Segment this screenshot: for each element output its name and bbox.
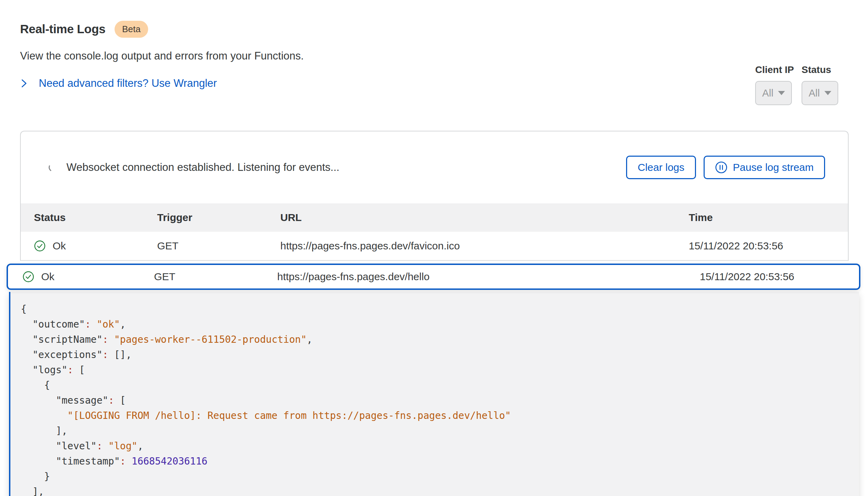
status-filter-group: Status All bbox=[802, 64, 838, 105]
column-header-status: Status bbox=[34, 212, 157, 223]
client-ip-filter-label: Client IP bbox=[755, 64, 794, 75]
column-header-url: URL bbox=[280, 212, 689, 223]
table-row-selected[interactable]: Ok GET https://pages-fns.pages.dev/hello… bbox=[7, 264, 860, 290]
status-cell: Ok bbox=[34, 240, 157, 252]
check-circle-icon bbox=[22, 271, 34, 283]
status-cell-label: Ok bbox=[41, 271, 54, 283]
toolbar-buttons: Clear logs Pause log stream bbox=[626, 156, 825, 179]
caret-down-icon bbox=[778, 91, 785, 95]
url-cell: https://pages-fns.pages.dev/hello bbox=[277, 271, 700, 283]
page-description: View the console.log output and errors f… bbox=[20, 50, 849, 62]
log-detail-panel: { "outcome": "ok", "scriptName": "pages-… bbox=[9, 292, 859, 496]
clear-logs-button[interactable]: Clear logs bbox=[626, 156, 696, 179]
check-circle-icon bbox=[34, 240, 46, 252]
caret-down-icon bbox=[824, 91, 831, 95]
time-cell: 15/11/2022 20:53:56 bbox=[689, 240, 834, 252]
websocket-status-text: Websocket connection established. Listen… bbox=[66, 161, 340, 174]
status-cell-label: Ok bbox=[53, 240, 66, 252]
beta-badge: Beta bbox=[115, 21, 148, 38]
chevron-right-icon[interactable] bbox=[20, 77, 28, 89]
pause-log-stream-label: Pause log stream bbox=[733, 162, 814, 173]
client-ip-filter-value: All bbox=[762, 88, 773, 99]
realtime-logs-page: Real-time Logs Beta View the console.log… bbox=[0, 0, 868, 496]
pause-log-stream-button[interactable]: Pause log stream bbox=[704, 156, 825, 179]
trigger-cell: GET bbox=[157, 240, 280, 252]
trigger-cell: GET bbox=[154, 271, 277, 283]
page-header: Real-time Logs Beta bbox=[20, 20, 849, 38]
log-stream-panel: Websocket connection established. Listen… bbox=[20, 131, 849, 261]
log-table-header: Status Trigger URL Time bbox=[21, 203, 848, 232]
column-header-time: Time bbox=[689, 212, 834, 223]
status-filter-label: Status bbox=[802, 64, 831, 75]
status-filter-dropdown[interactable]: All bbox=[802, 81, 838, 105]
table-row[interactable]: Ok GET https://pages-fns.pages.dev/favic… bbox=[21, 232, 848, 261]
log-panel-toolbar: Websocket connection established. Listen… bbox=[21, 131, 848, 203]
time-cell: 15/11/2022 20:53:56 bbox=[700, 271, 845, 283]
pause-circle-icon bbox=[715, 161, 727, 174]
client-ip-filter-dropdown[interactable]: All bbox=[755, 81, 792, 105]
log-detail-json: { "outcome": "ok", "scriptName": "pages-… bbox=[21, 302, 845, 496]
status-filter-value: All bbox=[808, 88, 820, 99]
wrangler-link-row: Need advanced filters? Use Wrangler bbox=[20, 76, 849, 91]
client-ip-filter-group: Client IP All bbox=[755, 64, 794, 105]
wrangler-link[interactable]: Need advanced filters? Use Wrangler bbox=[39, 77, 217, 90]
websocket-status: Websocket connection established. Listen… bbox=[48, 161, 340, 174]
log-filters: Client IP All Status All bbox=[755, 64, 838, 105]
status-cell: Ok bbox=[22, 271, 154, 283]
loading-spinner-icon bbox=[48, 162, 58, 173]
column-header-trigger: Trigger bbox=[157, 212, 280, 223]
page-title: Real-time Logs bbox=[20, 22, 106, 36]
clear-logs-label: Clear logs bbox=[638, 162, 684, 173]
url-cell: https://pages-fns.pages.dev/favicon.ico bbox=[280, 240, 689, 252]
